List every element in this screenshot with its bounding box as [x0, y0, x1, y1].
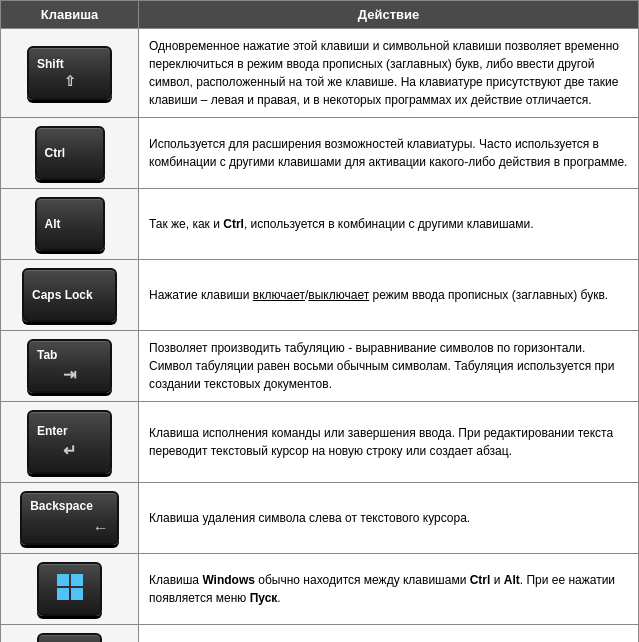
desc-cell-capslock: Нажатие клавиши включает/выключает режим…	[139, 260, 639, 331]
underline-on: включает	[253, 288, 305, 302]
key-cell-menu	[1, 625, 139, 643]
col-action-header: Действие	[139, 1, 639, 29]
backspace-icon: ←	[93, 519, 109, 537]
windows-logo-svg	[56, 573, 84, 601]
tab-icon: ⇥	[63, 365, 76, 384]
key-windows	[37, 562, 102, 616]
key-cell-backspace: Backspace ←	[1, 483, 139, 554]
table-row: Alt Так же, как и Ctrl, используется в к…	[1, 189, 639, 260]
key-tab: Tab ⇥	[27, 339, 112, 393]
key-capslock: Caps Lock	[22, 268, 117, 322]
key-label-backspace: Backspace	[30, 499, 93, 513]
windows-bold: Windows	[202, 573, 255, 587]
pusk-bold: Пуск	[250, 591, 278, 605]
key-cell-tab: Tab ⇥	[1, 331, 139, 402]
shift-icon: ⇧	[64, 73, 76, 89]
table-row: Caps Lock Нажатие клавиши включает/выклю…	[1, 260, 639, 331]
key-cell-windows	[1, 554, 139, 625]
key-menu	[37, 633, 102, 642]
svg-rect-0	[57, 574, 69, 586]
key-backspace: Backspace ←	[20, 491, 119, 545]
underline-off: выключает	[308, 288, 369, 302]
key-cell-alt: Alt	[1, 189, 139, 260]
key-ctrl: Ctrl	[35, 126, 105, 180]
desc-cell-windows: Клавиша Windows обычно находится между к…	[139, 554, 639, 625]
desc-cell-backspace: Клавиша удаления символа слева от тексто…	[139, 483, 639, 554]
table-row: Shift ⇧ Одновременное нажатие этой клави…	[1, 29, 639, 118]
windows-icon	[56, 573, 84, 608]
key-cell-enter: Enter ↵	[1, 402, 139, 483]
svg-rect-2	[57, 588, 69, 600]
key-cell-ctrl: Ctrl	[1, 118, 139, 189]
desc-cell-shift: Одновременное нажатие этой клавиши и сим…	[139, 29, 639, 118]
table-row: Ctrl Используется для расширения возможн…	[1, 118, 639, 189]
key-label-capslock: Caps Lock	[32, 288, 107, 302]
key-label-tab: Tab	[37, 348, 102, 362]
key-enter: Enter ↵	[27, 410, 112, 474]
desc-cell-tab: Позволяет производить табуляцию - выравн…	[139, 331, 639, 402]
ctrl-bold-win: Ctrl	[470, 573, 491, 587]
ctrl-bold-alt: Ctrl	[223, 217, 244, 231]
table-row: Enter ↵ Клавиша исполнения команды или з…	[1, 402, 639, 483]
key-label-enter: Enter	[37, 424, 102, 438]
table-row: Клавиша Windows обычно находится между к…	[1, 554, 639, 625]
key-alt: Alt	[35, 197, 105, 251]
keyboard-table: Клавиша Действие Shift ⇧ Одновременное н…	[0, 0, 639, 642]
enter-icon: ↵	[63, 441, 76, 460]
key-cell-shift: Shift ⇧	[1, 29, 139, 118]
desc-cell-menu: Клавиша вызывает контекстное меню объект…	[139, 625, 639, 643]
table-row: Tab ⇥ Позволяет производить табуляцию - …	[1, 331, 639, 402]
desc-cell-enter: Клавиша исполнения команды или завершени…	[139, 402, 639, 483]
col-key-header: Клавиша	[1, 1, 139, 29]
table-row: Backspace ← Клавиша удаления символа сле…	[1, 483, 639, 554]
alt-bold-win: Alt	[504, 573, 520, 587]
key-label-shift: Shift	[37, 57, 102, 71]
key-label-alt: Alt	[45, 217, 95, 231]
svg-rect-3	[71, 588, 83, 600]
desc-cell-ctrl: Используется для расширения возможностей…	[139, 118, 639, 189]
key-label-ctrl: Ctrl	[45, 146, 95, 160]
key-shift: Shift ⇧	[27, 46, 112, 100]
table-row: Клавиша вызывает контекстное меню объект…	[1, 625, 639, 643]
key-cell-capslock: Caps Lock	[1, 260, 139, 331]
desc-cell-alt: Так же, как и Ctrl, используется в комби…	[139, 189, 639, 260]
svg-rect-1	[71, 574, 83, 586]
